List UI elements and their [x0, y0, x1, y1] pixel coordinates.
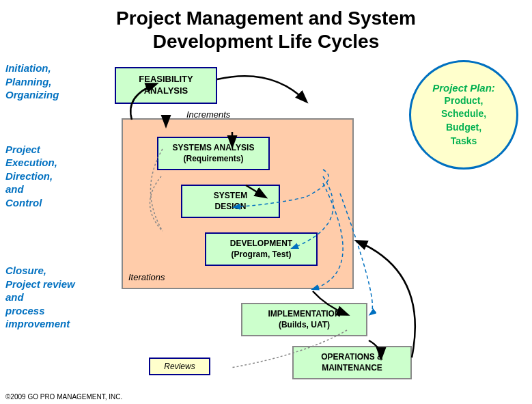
left-labels: Initiation, Planning, Organizing Project…	[5, 62, 81, 331]
project-plan-circle: Project Plan: Product, Schedule, Budget,…	[409, 60, 518, 170]
reviews-box: Reviews	[149, 358, 210, 375]
operations-box: OPERATIONS & MAINTENANCE	[292, 346, 412, 379]
main-title: Project Management and System Developmen…	[0, 0, 532, 53]
copyright: ©2009 GO PRO MANAGEMENT, INC.	[5, 393, 122, 401]
diagram-area: Project Plan: Product, Schedule, Budget,…	[81, 60, 525, 383]
label-execution: Project Execution, Direction, and Contro…	[5, 143, 81, 210]
project-plan-items: Product, Schedule, Budget, Tasks	[441, 94, 486, 148]
iterations-label: Iterations	[128, 272, 165, 282]
feasibility-box: FEASIBILITY ANALYSIS	[115, 67, 217, 104]
system-design-box: SYSTEM DESIGN	[181, 185, 280, 218]
label-closure: Closure, Project review and process impr…	[5, 264, 81, 331]
development-box: DEVELOPMENT (Program, Test)	[205, 232, 318, 266]
outer-execution-box: SYSTEMS ANALYSIS (Requirements) SYSTEM D…	[122, 118, 354, 289]
implementation-box: IMPLEMENTATION (Builds, UAT)	[241, 303, 367, 336]
label-initiation: Initiation, Planning, Organizing	[5, 62, 81, 102]
project-plan-title: Project Plan:	[432, 82, 495, 94]
systems-analysis-box: SYSTEMS ANALYSIS (Requirements)	[157, 137, 270, 170]
